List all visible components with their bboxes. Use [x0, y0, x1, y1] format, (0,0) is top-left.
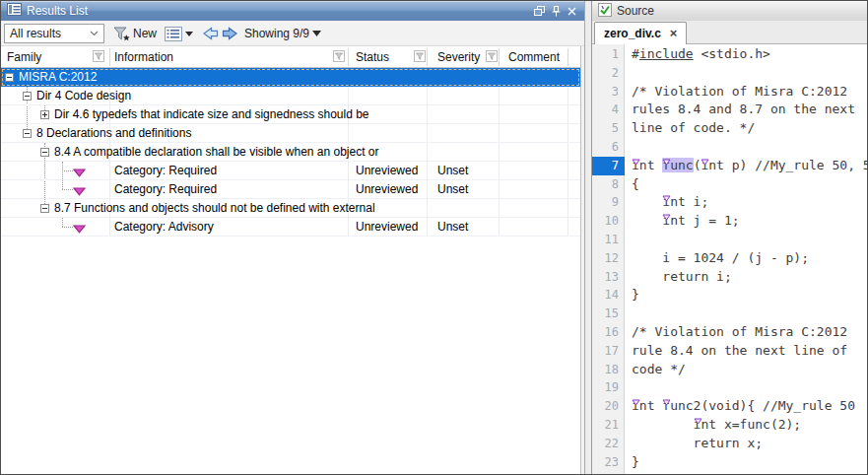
results-row[interactable]: 8.4 A compatible declaration shall be vi…	[1, 143, 580, 162]
misra-violation-icon[interactable]	[73, 167, 86, 180]
code-line[interactable]: 20int func2(void){ //My_rule 50	[592, 397, 867, 416]
violation-marker-icon[interactable]	[632, 153, 640, 171]
source-panel: Source zero_div.c × 1#include <stdio.h>2…	[592, 1, 867, 474]
code-token: code */	[632, 362, 686, 376]
code-text: return x;	[625, 435, 763, 453]
float-panel-icon[interactable]	[534, 6, 545, 16]
code-text: int func(int p) //My_rule 50, 51	[625, 157, 868, 175]
code-line[interactable]: 15	[592, 305, 867, 323]
violation-marker-icon[interactable]	[662, 153, 671, 171]
code-token: return x;	[632, 436, 763, 450]
code-token: {	[632, 176, 639, 191]
column-header-information[interactable]: Information	[114, 46, 173, 68]
misra-violation-icon[interactable]	[73, 223, 86, 237]
code-line[interactable]: 12 i = 1024 / (j - p);	[592, 249, 867, 268]
line-number: 13	[592, 268, 625, 287]
previous-result-button[interactable]	[202, 24, 219, 43]
violation-marker-icon[interactable]	[662, 393, 671, 412]
column-header-family[interactable]: Family	[7, 46, 41, 68]
code-line[interactable]: 5line of code. */	[592, 119, 867, 138]
column-filter-icon[interactable]	[486, 50, 498, 65]
line-number: 19	[592, 378, 625, 397]
results-row[interactable]: Category: RequiredUnreviewedUnset	[1, 180, 580, 199]
violation-marker-icon[interactable]	[632, 393, 640, 412]
next-result-button[interactable]	[222, 24, 238, 43]
tree-expander-minus[interactable]	[23, 129, 32, 138]
violation-marker-icon[interactable]	[662, 208, 671, 227]
code-line[interactable]: 1#include <stdio.h>	[592, 45, 867, 64]
code-line[interactable]: 22 return x;	[592, 435, 867, 453]
code-text	[625, 378, 632, 397]
tree-expander-minus[interactable]	[23, 92, 32, 101]
showing-caret-icon[interactable]	[312, 24, 321, 43]
code-line[interactable]: 8{	[592, 175, 867, 194]
code-line[interactable]: 18code */	[592, 361, 867, 379]
code-line[interactable]: 23}	[592, 453, 867, 472]
source-code-area[interactable]: 1#include <stdio.h>23/* Violation of Mis…	[592, 44, 867, 474]
pin-panel-icon[interactable]	[552, 6, 561, 17]
column-separator	[348, 48, 349, 66]
code-line[interactable]: 16/* Violation of Misra C:2012	[592, 323, 867, 342]
results-row[interactable]: 8.7 Functions and objects should not be …	[1, 199, 580, 218]
tab-close-icon[interactable]: ×	[670, 28, 678, 39]
column-header-severity[interactable]: Severity	[437, 46, 480, 68]
close-panel-icon[interactable]	[568, 7, 576, 16]
line-number: 8	[592, 175, 625, 194]
result-severity: Unset	[437, 218, 468, 236]
code-line[interactable]: 4rules 8.4 and 8.7 on the next	[592, 101, 867, 119]
column-separator	[427, 48, 428, 66]
new-filter-label[interactable]: New	[133, 24, 157, 43]
code-line[interactable]: 11	[592, 231, 867, 249]
column-filter-icon[interactable]	[333, 50, 345, 65]
code-line[interactable]: 10 int j = 1;	[592, 212, 867, 231]
column-filter-icon[interactable]	[414, 50, 426, 65]
tab-zero-div-c[interactable]: zero_div.c ×	[594, 22, 687, 44]
line-number: 9	[592, 193, 625, 212]
line-number: 6	[592, 138, 625, 157]
source-tabbar: zero_div.c ×	[592, 21, 867, 44]
new-filter-icon[interactable]	[112, 24, 131, 43]
tree-expander-minus[interactable]	[40, 148, 49, 157]
tree-guide-stub	[62, 189, 73, 190]
code-line[interactable]: 13 return i;	[592, 268, 867, 287]
layout-view-caret-icon[interactable]	[185, 24, 193, 43]
code-line[interactable]: 21 int x=func(2);	[592, 416, 867, 435]
code-line[interactable]: 2	[592, 64, 867, 83]
code-line[interactable]: 9 int i;	[592, 193, 867, 212]
code-token: }	[632, 287, 639, 302]
results-row[interactable]: 8 Declarations and definitions	[1, 124, 580, 143]
results-row[interactable]: Category: AdvisoryUnreviewedUnset	[1, 218, 580, 237]
result-status: Unreviewed	[356, 162, 418, 179]
results-filter-dropdown[interactable]: All results	[4, 24, 104, 43]
line-number: 17	[592, 342, 625, 361]
column-filter-icon[interactable]	[93, 50, 104, 65]
results-row[interactable]: Category: RequiredUnreviewedUnset	[1, 162, 580, 180]
layout-view-button[interactable]	[165, 24, 182, 43]
results-row[interactable]: MISRA C:2012	[1, 68, 580, 87]
tree-expander-plus[interactable]	[40, 110, 49, 119]
code-line[interactable]: 3/* Violation of Misra C:2012	[592, 83, 867, 102]
violation-marker-icon[interactable]	[694, 412, 702, 431]
violation-marker-icon[interactable]	[662, 189, 671, 208]
result-label: Category: Required	[114, 180, 217, 198]
panel-splitter[interactable]	[584, 1, 592, 474]
line-number: 22	[592, 435, 625, 453]
column-header-status[interactable]: Status	[356, 46, 389, 68]
results-row[interactable]: Dir 4 Code design	[1, 87, 580, 105]
code-line[interactable]: 14}	[592, 286, 867, 305]
code-text: }	[625, 286, 639, 305]
results-row[interactable]: Dir 4.6 typedefs that indicate size and …	[1, 105, 580, 124]
code-line[interactable]: 17rule 8.4 on the next line of	[592, 342, 867, 361]
code-token: (int p) //My_rule 50, 51	[694, 158, 868, 172]
tree-expander-minus[interactable]	[40, 204, 49, 213]
column-header-comment[interactable]: Comment	[508, 46, 560, 68]
code-token: i = 1024 / (j - p);	[632, 250, 809, 265]
line-number: 4	[592, 101, 625, 119]
violation-marker-icon[interactable]	[701, 153, 709, 171]
code-text	[625, 305, 632, 323]
misra-violation-icon[interactable]	[73, 185, 86, 199]
code-line[interactable]: 7int func(int p) //My_rule 50, 51	[592, 157, 867, 175]
tree-expander-minus[interactable]	[5, 73, 14, 82]
showing-count-label[interactable]: Showing 9/9	[244, 24, 309, 43]
code-text	[625, 64, 632, 83]
